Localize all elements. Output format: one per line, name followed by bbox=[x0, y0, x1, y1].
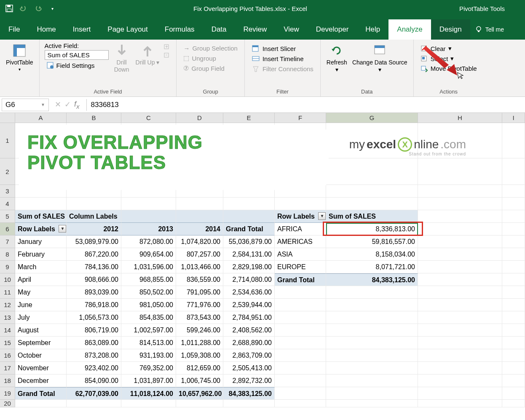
pivot2-row[interactable]: AFRICA bbox=[275, 223, 326, 235]
pivot1-row-label[interactable]: April bbox=[15, 273, 67, 286]
formula-input[interactable]: 8336813 bbox=[89, 99, 525, 111]
cell[interactable] bbox=[418, 185, 502, 198]
cell[interactable] bbox=[176, 198, 223, 210]
row-header-12[interactable]: 12 bbox=[0, 299, 15, 311]
undo-button[interactable] bbox=[18, 3, 29, 14]
row-header-1[interactable]: 1 bbox=[0, 123, 15, 158]
cell[interactable] bbox=[502, 198, 525, 210]
pivot1-row-label[interactable]: September bbox=[15, 337, 67, 349]
tab-page-layout[interactable]: Page Layout bbox=[99, 19, 156, 40]
pivot1-row-label[interactable]: March bbox=[15, 261, 67, 273]
active-field-input[interactable] bbox=[45, 50, 109, 60]
row-header-7[interactable]: 7 bbox=[0, 235, 15, 248]
pivot1-row-label[interactable]: January bbox=[15, 235, 67, 248]
row-header-4[interactable]: 4 bbox=[0, 198, 15, 210]
row-header-8[interactable]: 8 bbox=[0, 248, 15, 261]
cell[interactable] bbox=[418, 198, 502, 210]
tell-me-search[interactable]: Tell me bbox=[470, 19, 508, 40]
cell[interactable] bbox=[67, 198, 121, 210]
pivot1-grand-total-label[interactable]: Grand Total bbox=[15, 387, 67, 400]
cell[interactable] bbox=[15, 198, 67, 210]
tab-review[interactable]: Review bbox=[235, 19, 276, 40]
field-settings-button[interactable]: Field Settings bbox=[45, 61, 109, 70]
row-header-15[interactable]: 15 bbox=[0, 337, 15, 349]
pivot2-sum-label[interactable]: Sum of SALES bbox=[326, 210, 418, 223]
column-header-E[interactable]: E bbox=[223, 113, 275, 123]
pivot1-row-label[interactable]: August bbox=[15, 324, 67, 337]
pivot1-row-label[interactable]: November bbox=[15, 362, 67, 375]
insert-slicer-button[interactable]: Insert Slicer bbox=[250, 44, 297, 53]
column-header-F[interactable]: F bbox=[275, 113, 326, 123]
row-header-19[interactable]: 19 bbox=[0, 387, 15, 400]
tab-developer[interactable]: Developer bbox=[308, 19, 357, 40]
row-header-9[interactable]: 9 bbox=[0, 261, 15, 273]
pivot2-row[interactable]: EUROPE bbox=[275, 261, 326, 273]
clear-button[interactable]: Clear ▾ bbox=[419, 44, 453, 53]
fx-button[interactable]: fx bbox=[74, 100, 80, 110]
pivot1-row-label[interactable]: June bbox=[15, 299, 67, 311]
tab-design[interactable]: Design bbox=[431, 19, 470, 40]
cell[interactable] bbox=[326, 158, 418, 185]
filter-dropdown-icon[interactable]: ▼ bbox=[318, 212, 326, 220]
pivot2-row-labels[interactable]: Row Labels ▼ bbox=[275, 210, 326, 223]
column-header-A[interactable]: A bbox=[15, 113, 67, 123]
qat-customize[interactable]: ▾ bbox=[46, 3, 58, 14]
cell[interactable] bbox=[502, 185, 525, 198]
tab-home[interactable]: Home bbox=[28, 19, 64, 40]
pivot1-column-labels[interactable]: Column Labels ▼ bbox=[67, 210, 121, 223]
tab-insert[interactable]: Insert bbox=[64, 19, 99, 40]
redo-button[interactable] bbox=[32, 3, 44, 14]
select-all-corner[interactable] bbox=[0, 113, 15, 123]
tab-file[interactable]: File bbox=[0, 19, 28, 40]
row-header-3[interactable]: 3 bbox=[0, 185, 15, 198]
filter-dropdown-icon[interactable]: ▼ bbox=[59, 225, 66, 233]
row-header-10[interactable]: 10 bbox=[0, 273, 15, 286]
row-header-6[interactable]: 6 bbox=[0, 223, 15, 235]
cell[interactable] bbox=[275, 198, 326, 210]
tab-help[interactable]: Help bbox=[357, 19, 388, 40]
column-header-H[interactable]: H bbox=[418, 113, 502, 123]
name-box[interactable]: G6▼ bbox=[2, 99, 49, 111]
cell[interactable] bbox=[326, 198, 418, 210]
cell[interactable] bbox=[326, 185, 418, 198]
column-header-D[interactable]: D bbox=[176, 113, 223, 123]
cell[interactable] bbox=[223, 198, 275, 210]
row-header-20[interactable]: 20 bbox=[0, 400, 15, 407]
pivot2-row[interactable]: ASIA bbox=[275, 248, 326, 261]
row-header-18[interactable]: 18 bbox=[0, 375, 15, 387]
change-data-source-button[interactable]: Change Data Source▾ bbox=[350, 41, 410, 75]
cell[interactable] bbox=[121, 198, 176, 210]
selected-cell[interactable]: 8,336,813.00 bbox=[326, 223, 418, 235]
cell[interactable] bbox=[502, 158, 525, 185]
select-button[interactable]: Select ▾ bbox=[419, 54, 456, 63]
column-header-C[interactable]: C bbox=[121, 113, 176, 123]
refresh-button[interactable]: Refresh▾ bbox=[324, 41, 350, 75]
tab-data[interactable]: Data bbox=[203, 19, 235, 40]
column-header-I[interactable]: I bbox=[502, 113, 525, 123]
pivot1-row-label[interactable]: May bbox=[15, 286, 67, 299]
cell[interactable] bbox=[502, 123, 525, 158]
cancel-formula-button[interactable]: ✕ bbox=[55, 100, 61, 110]
column-header-G[interactable]: G bbox=[326, 113, 418, 123]
pivot2-grand-total-label[interactable]: Grand Total bbox=[275, 273, 326, 286]
worksheet-grid[interactable]: ABCDEFGHI 12345Sum of SALESColumn Labels… bbox=[0, 113, 525, 407]
pivot2-row[interactable]: AMERICAS bbox=[275, 235, 326, 248]
row-header-5[interactable]: 5 bbox=[0, 210, 15, 223]
pivot1-row-label[interactable]: October bbox=[15, 349, 67, 362]
column-header-B[interactable]: B bbox=[67, 113, 121, 123]
tab-view[interactable]: View bbox=[275, 19, 308, 40]
tab-analyze[interactable]: Analyze bbox=[388, 19, 431, 40]
pivottable-button[interactable]: PivotTable ▾ bbox=[3, 41, 36, 74]
row-header-17[interactable]: 17 bbox=[0, 362, 15, 375]
pivot1-row-labels[interactable]: Row Labels ▼ bbox=[15, 223, 67, 235]
row-header-2[interactable]: 2 bbox=[0, 158, 15, 185]
pivot2-grand-total[interactable]: 84,383,125.00 bbox=[326, 273, 418, 286]
save-icon[interactable] bbox=[3, 3, 15, 14]
pivot1-row-label[interactable]: December bbox=[15, 375, 67, 387]
move-pivottable-button[interactable]: Move PivotTable bbox=[419, 64, 479, 73]
pivot1-row-label[interactable]: February bbox=[15, 248, 67, 261]
row-header-16[interactable]: 16 bbox=[0, 349, 15, 362]
pivot1-row-label[interactable]: July bbox=[15, 311, 67, 324]
insert-timeline-button[interactable]: Insert Timeline bbox=[250, 54, 305, 63]
row-header-13[interactable]: 13 bbox=[0, 311, 15, 324]
